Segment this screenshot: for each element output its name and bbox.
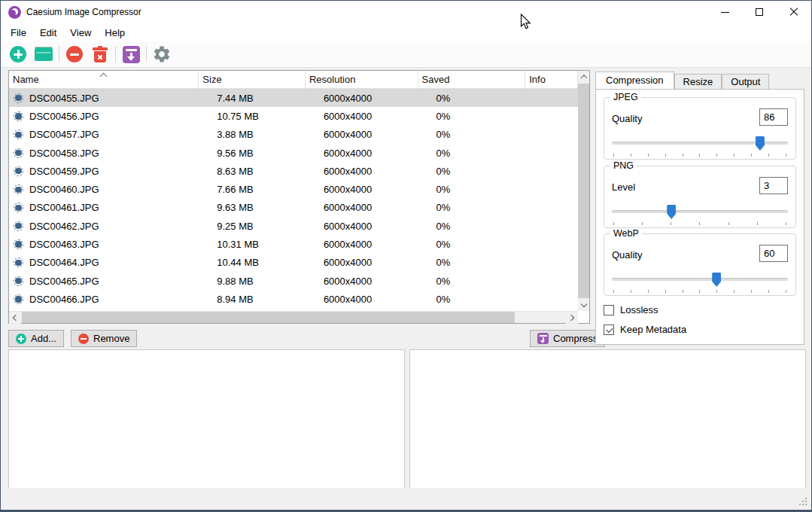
cell-name: DSC00458.JPG	[9, 144, 199, 162]
scroll-up-button[interactable]	[578, 71, 589, 83]
scroll-down-button[interactable]	[578, 299, 589, 311]
table-row[interactable]: DSC00463.JPG10.31 MB6000x40000%	[9, 235, 578, 253]
horizontal-scrollbar[interactable]	[9, 311, 578, 323]
add-button[interactable]: Add...	[8, 330, 64, 347]
table-row[interactable]: DSC00465.JPG9.88 MB6000x40000%	[9, 272, 578, 290]
cell-resolution: 6000x4000	[306, 217, 418, 235]
cell-text: 0%	[436, 184, 451, 195]
remove-button[interactable]: Remove	[71, 330, 137, 347]
cell-name: DSC00461.JPG	[9, 199, 199, 217]
column-header-size[interactable]: Size	[199, 71, 306, 88]
compress-button-toolbar[interactable]	[118, 43, 144, 66]
checkbox-box[interactable]	[604, 325, 614, 335]
maximize-button[interactable]	[742, 1, 777, 23]
cell-size: 8.63 MB	[199, 162, 306, 180]
vertical-scrollbar[interactable]	[578, 71, 589, 311]
cell-info	[525, 107, 578, 125]
vertical-scrollbar-thumb[interactable]	[578, 84, 589, 298]
scroll-right-button[interactable]	[566, 312, 578, 324]
menu-view[interactable]: View	[63, 25, 98, 41]
cell-text: DSC00463.JPG	[29, 239, 99, 250]
menu-file[interactable]: File	[4, 25, 33, 41]
minimize-icon	[721, 12, 729, 13]
table-row[interactable]: DSC00459.JPG8.63 MB6000x40000%	[9, 162, 578, 180]
param-label: Quality	[612, 249, 642, 261]
menu-edit[interactable]: Edit	[33, 25, 63, 41]
cell-info	[525, 162, 578, 180]
resize-grip-icon[interactable]	[799, 498, 807, 505]
slider-ticks	[613, 290, 786, 293]
toolbar-separator	[146, 46, 147, 62]
title-bar[interactable]: Caesium Image Compressor	[1, 1, 811, 23]
table-row[interactable]: DSC00466.JPG8.94 MB6000x40000%	[9, 290, 578, 308]
tab-output[interactable]: Output	[722, 74, 769, 89]
cell-saved: 0%	[418, 180, 526, 198]
webp-value-input[interactable]	[759, 245, 788, 262]
table-row[interactable]: DSC00455.JPG7.44 MB6000x40000%	[9, 89, 578, 107]
add-folder-button[interactable]	[31, 43, 56, 66]
column-header-saved[interactable]: Saved	[418, 71, 526, 88]
webp-slider[interactable]	[612, 272, 788, 287]
clear-list-button[interactable]	[87, 43, 113, 66]
pending-status-icon	[14, 258, 23, 267]
column-label: Name	[13, 74, 39, 85]
minimize-button[interactable]	[707, 1, 742, 23]
table-row[interactable]: DSC00461.JPG9.63 MB6000x40000%	[9, 199, 578, 217]
column-header-name[interactable]: Name	[9, 71, 199, 88]
column-header-info[interactable]: Info	[525, 71, 578, 88]
jpeg-slider[interactable]	[612, 136, 788, 151]
png-value-input[interactable]	[759, 177, 788, 194]
close-button[interactable]	[777, 1, 811, 23]
cell-name: DSC00465.JPG	[9, 272, 199, 290]
menu-help[interactable]: Help	[98, 25, 132, 41]
tab-compression[interactable]: Compression	[595, 72, 674, 89]
cell-size: 10.75 MB	[199, 107, 306, 125]
slider-handle[interactable]	[756, 136, 765, 151]
cell-name: DSC00463.JPG	[9, 235, 199, 253]
compress-icon	[537, 333, 549, 344]
cell-text: 10.44 MB	[217, 257, 259, 268]
clear-list-trash-icon	[93, 46, 108, 62]
scroll-left-button[interactable]	[9, 312, 21, 324]
cell-saved: 0%	[418, 107, 526, 125]
jpeg-value-input[interactable]	[759, 108, 788, 126]
slider-handle[interactable]	[712, 273, 721, 287]
cell-text: 6000x4000	[324, 202, 372, 213]
cell-info	[525, 254, 578, 272]
table-row[interactable]: DSC00464.JPG10.44 MB6000x40000%	[9, 254, 578, 272]
table-header: NameSizeResolutionSavedInfo	[9, 71, 578, 89]
cell-text: DSC00455.JPG	[29, 93, 99, 104]
cell-size: 8.94 MB	[199, 290, 306, 308]
slider-handle[interactable]	[667, 205, 676, 219]
cell-info	[525, 235, 578, 253]
tab-resize[interactable]: Resize	[674, 74, 722, 89]
cell-saved: 0%	[418, 272, 526, 290]
settings-button[interactable]	[149, 43, 175, 66]
checkbox-lossless[interactable]: Lossless	[604, 304, 658, 315]
settings-tabs: CompressionResizeOutput	[595, 72, 769, 89]
compress-button[interactable]: Compress	[530, 330, 605, 347]
table-row[interactable]: DSC00456.JPG10.75 MB6000x40000%	[9, 107, 578, 125]
table-row[interactable]: DSC00457.JPG3.88 MB6000x40000%	[9, 126, 578, 144]
app-window: Caesium Image Compressor FileEditViewHel…	[0, 0, 812, 512]
webp-group: WebPQuality	[604, 233, 796, 296]
cell-resolution: 6000x4000	[306, 89, 418, 107]
cell-info	[525, 126, 578, 144]
cell-text: DSC00464.JPG	[29, 257, 99, 268]
checkbox-box[interactable]	[604, 305, 614, 315]
cell-text: 0%	[436, 148, 451, 159]
file-list-table[interactable]: NameSizeResolutionSavedInfo DSC00455.JPG…	[8, 70, 590, 324]
png-slider[interactable]	[612, 204, 788, 219]
table-row[interactable]: DSC00458.JPG9.56 MB6000x40000%	[9, 144, 578, 162]
table-row[interactable]: DSC00462.JPG9.25 MB6000x40000%	[9, 217, 578, 235]
remove-file-button[interactable]	[62, 43, 87, 66]
column-header-resolution[interactable]: Resolution	[306, 71, 418, 88]
table-row[interactable]: DSC00460.JPG7.66 MB6000x40000%	[9, 180, 578, 198]
cell-text: 7.66 MB	[217, 184, 253, 195]
column-label: Saved	[422, 74, 450, 85]
cell-saved: 0%	[418, 217, 526, 235]
horizontal-scrollbar-thumb[interactable]	[22, 312, 515, 323]
checkbox-keep-metadata[interactable]: Keep Metadata	[604, 324, 686, 335]
add-files-button[interactable]	[5, 43, 31, 66]
cell-text: 6000x4000	[324, 294, 372, 305]
